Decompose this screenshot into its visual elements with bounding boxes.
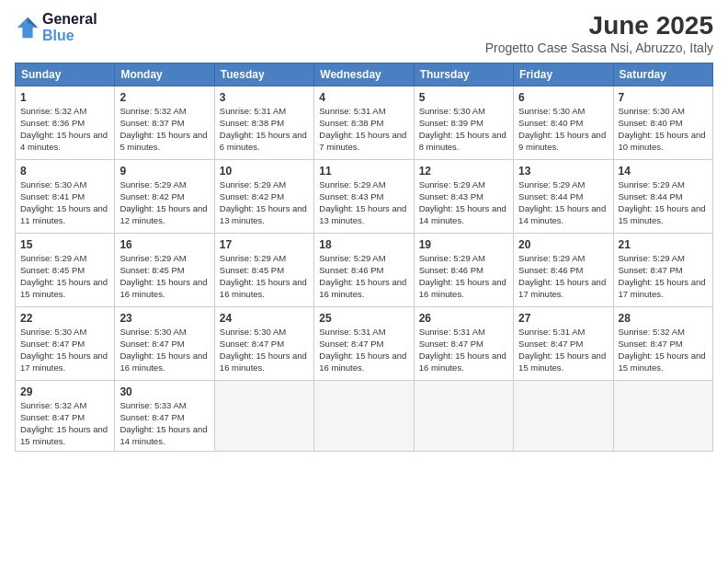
dow-header: Monday bbox=[115, 63, 214, 86]
day-number: 17 bbox=[220, 237, 309, 252]
calendar-cell: 8 Sunrise: 5:30 AMSunset: 8:41 PMDayligh… bbox=[16, 160, 115, 234]
calendar-cell: 1 Sunrise: 5:32 AMSunset: 8:36 PMDayligh… bbox=[16, 86, 115, 160]
calendar-cell: 22 Sunrise: 5:30 AMSunset: 8:47 PMDaylig… bbox=[16, 307, 115, 381]
calendar-cell bbox=[514, 381, 613, 452]
dow-header: Thursday bbox=[414, 63, 513, 86]
calendar-cell: 2 Sunrise: 5:32 AMSunset: 8:37 PMDayligh… bbox=[115, 86, 214, 160]
day-number: 23 bbox=[119, 311, 209, 326]
day-number: 7 bbox=[619, 90, 708, 105]
day-info: Sunrise: 5:32 AMSunset: 8:37 PMDaylight:… bbox=[119, 106, 207, 151]
day-number: 30 bbox=[119, 385, 209, 399]
calendar-cell: 16 Sunrise: 5:29 AMSunset: 8:45 PMDaylig… bbox=[115, 234, 214, 307]
day-info: Sunrise: 5:29 AMSunset: 8:46 PMDaylight:… bbox=[319, 253, 406, 298]
day-number: 11 bbox=[319, 164, 408, 178]
calendar-cell: 14 Sunrise: 5:29 AMSunset: 8:44 PMDaylig… bbox=[613, 160, 712, 234]
day-info: Sunrise: 5:29 AMSunset: 8:46 PMDaylight:… bbox=[419, 253, 506, 298]
calendar-cell: 5 Sunrise: 5:30 AMSunset: 8:39 PMDayligh… bbox=[414, 86, 513, 160]
calendar-cell: 30 Sunrise: 5:33 AMSunset: 8:47 PMDaylig… bbox=[115, 381, 214, 452]
calendar-cell: 21 Sunrise: 5:29 AMSunset: 8:47 PMDaylig… bbox=[613, 234, 712, 307]
day-number: 15 bbox=[20, 237, 109, 252]
day-number: 3 bbox=[220, 90, 309, 105]
day-info: Sunrise: 5:29 AMSunset: 8:42 PMDaylight:… bbox=[220, 179, 307, 224]
calendar-cell: 4 Sunrise: 5:31 AMSunset: 8:38 PMDayligh… bbox=[314, 86, 414, 160]
day-number: 18 bbox=[319, 237, 408, 252]
logo-icon bbox=[15, 15, 40, 40]
day-info: Sunrise: 5:29 AMSunset: 8:45 PMDaylight:… bbox=[119, 253, 207, 298]
day-number: 1 bbox=[20, 90, 109, 105]
day-info: Sunrise: 5:30 AMSunset: 8:39 PMDaylight:… bbox=[419, 106, 506, 151]
logo: General Blue bbox=[15, 11, 97, 43]
day-info: Sunrise: 5:30 AMSunset: 8:41 PMDaylight:… bbox=[20, 179, 108, 224]
day-number: 4 bbox=[319, 90, 408, 105]
calendar-cell bbox=[214, 381, 313, 452]
day-number: 20 bbox=[518, 237, 608, 252]
calendar-cell: 12 Sunrise: 5:29 AMSunset: 8:43 PMDaylig… bbox=[414, 160, 513, 234]
day-number: 8 bbox=[20, 164, 109, 178]
day-info: Sunrise: 5:29 AMSunset: 8:47 PMDaylight:… bbox=[619, 253, 706, 298]
calendar-cell: 3 Sunrise: 5:31 AMSunset: 8:38 PMDayligh… bbox=[214, 86, 313, 160]
calendar-cell: 23 Sunrise: 5:30 AMSunset: 8:47 PMDaylig… bbox=[115, 307, 214, 381]
day-number: 2 bbox=[119, 90, 209, 105]
day-number: 12 bbox=[419, 164, 508, 178]
day-number: 9 bbox=[119, 164, 209, 178]
day-info: Sunrise: 5:29 AMSunset: 8:43 PMDaylight:… bbox=[419, 179, 506, 224]
day-info: Sunrise: 5:30 AMSunset: 8:47 PMDaylight:… bbox=[220, 327, 307, 372]
dow-header: Sunday bbox=[16, 63, 115, 86]
day-info: Sunrise: 5:29 AMSunset: 8:46 PMDaylight:… bbox=[518, 253, 606, 298]
day-info: Sunrise: 5:31 AMSunset: 8:47 PMDaylight:… bbox=[518, 327, 606, 372]
logo-text-line2: Blue bbox=[42, 28, 97, 44]
day-number: 22 bbox=[20, 311, 109, 326]
day-info: Sunrise: 5:29 AMSunset: 8:43 PMDaylight:… bbox=[319, 179, 406, 224]
day-info: Sunrise: 5:29 AMSunset: 8:45 PMDaylight:… bbox=[220, 253, 307, 298]
day-number: 21 bbox=[619, 237, 708, 252]
day-info: Sunrise: 5:32 AMSunset: 8:47 PMDaylight:… bbox=[619, 327, 706, 372]
calendar-cell: 28 Sunrise: 5:32 AMSunset: 8:47 PMDaylig… bbox=[613, 307, 712, 381]
day-info: Sunrise: 5:31 AMSunset: 8:47 PMDaylight:… bbox=[419, 327, 506, 372]
dow-header: Friday bbox=[514, 63, 613, 86]
calendar-cell: 20 Sunrise: 5:29 AMSunset: 8:46 PMDaylig… bbox=[514, 234, 613, 307]
day-info: Sunrise: 5:29 AMSunset: 8:42 PMDaylight:… bbox=[119, 179, 207, 224]
day-number: 13 bbox=[518, 164, 608, 178]
calendar-cell: 17 Sunrise: 5:29 AMSunset: 8:45 PMDaylig… bbox=[214, 234, 313, 307]
calendar-cell: 15 Sunrise: 5:29 AMSunset: 8:45 PMDaylig… bbox=[16, 234, 115, 307]
day-number: 19 bbox=[419, 237, 508, 252]
day-info: Sunrise: 5:30 AMSunset: 8:47 PMDaylight:… bbox=[20, 327, 108, 372]
subtitle: Progetto Case Sassa Nsi, Abruzzo, Italy bbox=[485, 40, 713, 55]
title-block: June 2025 Progetto Case Sassa Nsi, Abruz… bbox=[485, 11, 713, 55]
day-number: 5 bbox=[419, 90, 508, 105]
day-number: 26 bbox=[419, 311, 508, 326]
dow-header: Saturday bbox=[613, 63, 712, 86]
day-info: Sunrise: 5:30 AMSunset: 8:40 PMDaylight:… bbox=[518, 106, 606, 151]
day-info: Sunrise: 5:31 AMSunset: 8:47 PMDaylight:… bbox=[319, 327, 406, 372]
dow-header: Wednesday bbox=[314, 63, 414, 86]
day-info: Sunrise: 5:32 AMSunset: 8:36 PMDaylight:… bbox=[20, 106, 108, 151]
calendar-cell: 24 Sunrise: 5:30 AMSunset: 8:47 PMDaylig… bbox=[214, 307, 313, 381]
calendar-cell: 27 Sunrise: 5:31 AMSunset: 8:47 PMDaylig… bbox=[514, 307, 613, 381]
day-number: 27 bbox=[518, 311, 608, 326]
day-number: 25 bbox=[319, 311, 408, 326]
day-info: Sunrise: 5:31 AMSunset: 8:38 PMDaylight:… bbox=[319, 106, 406, 151]
calendar: SundayMondayTuesdayWednesdayThursdayFrid… bbox=[15, 63, 713, 452]
header: General Blue June 2025 Progetto Case Sas… bbox=[15, 11, 713, 55]
calendar-cell: 6 Sunrise: 5:30 AMSunset: 8:40 PMDayligh… bbox=[514, 86, 613, 160]
day-number: 24 bbox=[220, 311, 309, 326]
dow-header: Tuesday bbox=[214, 63, 313, 86]
day-info: Sunrise: 5:30 AMSunset: 8:47 PMDaylight:… bbox=[119, 327, 207, 372]
calendar-cell: 18 Sunrise: 5:29 AMSunset: 8:46 PMDaylig… bbox=[314, 234, 414, 307]
day-info: Sunrise: 5:33 AMSunset: 8:47 PMDaylight:… bbox=[119, 400, 207, 445]
day-info: Sunrise: 5:29 AMSunset: 8:44 PMDaylight:… bbox=[619, 179, 706, 224]
calendar-cell: 10 Sunrise: 5:29 AMSunset: 8:42 PMDaylig… bbox=[214, 160, 313, 234]
day-number: 29 bbox=[20, 385, 109, 399]
day-number: 16 bbox=[119, 237, 209, 252]
page: General Blue June 2025 Progetto Case Sas… bbox=[0, 0, 728, 563]
day-number: 28 bbox=[619, 311, 708, 326]
calendar-cell: 11 Sunrise: 5:29 AMSunset: 8:43 PMDaylig… bbox=[314, 160, 414, 234]
day-info: Sunrise: 5:30 AMSunset: 8:40 PMDaylight:… bbox=[619, 106, 706, 151]
main-title: June 2025 bbox=[485, 11, 713, 40]
calendar-cell: 7 Sunrise: 5:30 AMSunset: 8:40 PMDayligh… bbox=[613, 86, 712, 160]
day-info: Sunrise: 5:31 AMSunset: 8:38 PMDaylight:… bbox=[220, 106, 307, 151]
calendar-cell: 19 Sunrise: 5:29 AMSunset: 8:46 PMDaylig… bbox=[414, 234, 513, 307]
day-number: 10 bbox=[220, 164, 309, 178]
day-info: Sunrise: 5:29 AMSunset: 8:45 PMDaylight:… bbox=[20, 253, 108, 298]
calendar-cell: 9 Sunrise: 5:29 AMSunset: 8:42 PMDayligh… bbox=[115, 160, 214, 234]
